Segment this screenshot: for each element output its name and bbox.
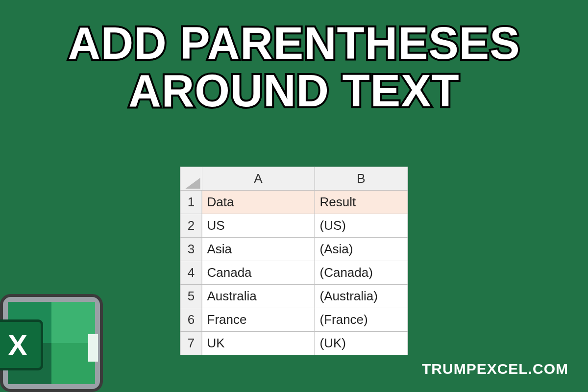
row-header[interactable]: 2 <box>180 214 202 238</box>
title-line-2: AROUND TEXT <box>0 67 588 115</box>
watermark: TRUMPEXCEL.COM <box>422 361 568 377</box>
select-all-corner[interactable] <box>180 167 202 191</box>
row-header[interactable]: 1 <box>180 191 202 214</box>
cell[interactable]: Result <box>315 191 408 214</box>
cell[interactable]: Canada <box>202 261 315 285</box>
row-header[interactable]: 7 <box>180 332 202 355</box>
cell[interactable]: (France) <box>315 308 408 332</box>
title-line-1: ADD PARENTHESES <box>0 20 588 67</box>
cell[interactable]: Data <box>202 191 315 214</box>
cell[interactable]: (UK) <box>315 332 408 355</box>
table-row: 3 Asia (Asia) <box>180 238 408 261</box>
page-title: ADD PARENTHESES AROUND TEXT <box>0 0 588 114</box>
table-row: 7 UK (UK) <box>180 332 408 355</box>
table-row: 4 Canada (Canada) <box>180 261 408 285</box>
spreadsheet: A B 1 Data Result 2 US (US) 3 Asia (Asia… <box>180 167 408 355</box>
row-header[interactable]: 5 <box>180 285 202 308</box>
logo-letter: X <box>0 319 43 370</box>
table-row: 1 Data Result <box>180 191 408 214</box>
table-row: 2 US (US) <box>180 214 408 238</box>
cell[interactable]: (Canada) <box>315 261 408 285</box>
excel-logo-icon: X <box>0 289 113 392</box>
logo-bar <box>88 334 98 362</box>
row-header[interactable]: 3 <box>180 238 202 261</box>
column-header-a[interactable]: A <box>202 167 315 191</box>
row-header[interactable]: 6 <box>180 308 202 332</box>
table-row: 5 Australia (Australia) <box>180 285 408 308</box>
cell[interactable]: (Australia) <box>315 285 408 308</box>
table-row: 6 France (France) <box>180 308 408 332</box>
cell[interactable]: US <box>202 214 315 238</box>
row-header[interactable]: 4 <box>180 261 202 285</box>
cell[interactable]: (US) <box>315 214 408 238</box>
cell[interactable]: (Asia) <box>315 238 408 261</box>
cell[interactable]: France <box>202 308 315 332</box>
cell[interactable]: Asia <box>202 238 315 261</box>
cell[interactable]: Australia <box>202 285 315 308</box>
column-header-b[interactable]: B <box>315 167 408 191</box>
cell[interactable]: UK <box>202 332 315 355</box>
